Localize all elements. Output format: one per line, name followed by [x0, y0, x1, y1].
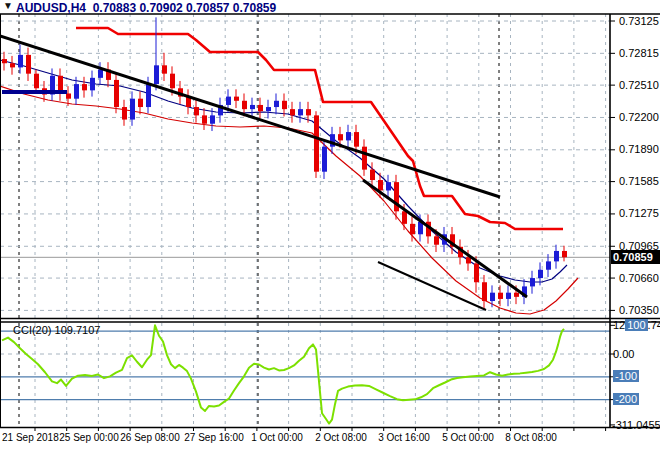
cci-min-label: -311.0455 — [612, 419, 660, 431]
candle-body — [34, 74, 39, 89]
candle-body — [122, 107, 127, 120]
candle-body — [482, 282, 487, 301]
cci-level-m200-label: -200 — [613, 393, 639, 405]
candle-body — [194, 107, 199, 115]
symbol-dropdown-icon[interactable]: ▼ — [3, 0, 13, 11]
candle-body — [202, 115, 207, 123]
candle-body — [266, 107, 271, 111]
candle-body — [362, 147, 367, 170]
price-axis-label: 0.73125 — [619, 15, 659, 28]
candle-body — [546, 261, 551, 269]
candle-body — [378, 180, 383, 190]
candle-body — [234, 97, 239, 101]
candle-body — [274, 101, 279, 107]
candle-body — [26, 55, 31, 74]
candle-body — [282, 101, 287, 109]
time-axis-label: 3 Oct 16:00 — [378, 432, 430, 444]
trendline-object[interactable] — [378, 262, 486, 310]
cci-level-m100-label: -100 — [613, 370, 639, 382]
candle-body — [130, 99, 135, 120]
candle-body — [538, 270, 543, 278]
candle-body — [210, 115, 215, 123]
candle-body — [370, 170, 375, 180]
price-axis-label: 0.71585 — [619, 175, 659, 188]
candle-body — [90, 78, 95, 91]
candle-body — [114, 80, 119, 107]
ma-slow-line — [0, 60, 567, 282]
candle-body — [98, 69, 103, 77]
candle-body — [314, 115, 319, 171]
price-axis-label: 0.72200 — [619, 111, 659, 124]
time-axis-label: 27 Sep 16:00 — [184, 432, 244, 444]
candle-body — [402, 211, 407, 224]
candle-body — [74, 84, 79, 99]
mt4-chart-window: ▼ AUDUSD,H4 0.70883 0.70902 0.70857 0.70… — [0, 0, 660, 450]
candle-body — [290, 109, 295, 115]
candle-body — [250, 105, 255, 109]
price-axis-label: 0.71275 — [619, 207, 659, 220]
candle-body — [346, 132, 351, 140]
candle-body — [434, 236, 439, 244]
trailing-stop-step-line — [76, 28, 563, 229]
trendline-object[interactable] — [363, 180, 527, 297]
candle-body — [18, 55, 23, 68]
candle-body — [338, 134, 343, 140]
chart-title-quotes: 0.70883 0.70902 0.70857 0.70859 — [93, 1, 277, 15]
candle-body — [258, 105, 263, 111]
candle-body — [322, 147, 327, 172]
candle-body — [306, 109, 311, 115]
price-axis-label: 0.72510 — [619, 79, 659, 92]
candle-body — [498, 293, 503, 299]
candle-body — [530, 278, 535, 286]
time-axis-label: 2 Oct 08:00 — [315, 432, 367, 444]
cci-curve — [2, 325, 564, 423]
chart-canvas[interactable] — [0, 0, 660, 450]
time-axis-label: 8 Oct 08:00 — [505, 432, 557, 444]
time-axis-label: 5 Oct 00:00 — [442, 432, 494, 444]
candle-body — [490, 293, 495, 301]
price-axis-label: 0.70350 — [619, 304, 659, 317]
candle-body — [354, 132, 359, 147]
candle-body — [146, 84, 151, 107]
candle-body — [170, 74, 175, 89]
time-axis-label: 21 Sep 2018 — [2, 432, 59, 444]
candle-body — [514, 293, 519, 297]
chart-title-symbol: AUDUSD,H4 — [16, 1, 86, 15]
candle-body — [226, 97, 231, 105]
candle-body — [242, 101, 247, 109]
candle-body — [138, 99, 143, 107]
candle-body — [10, 63, 15, 67]
candle-body — [162, 65, 167, 73]
candle-body — [386, 182, 391, 190]
price-axis-label: 0.72815 — [619, 47, 659, 60]
cci-zero-label: 0.00 — [613, 348, 634, 360]
candle-body — [562, 251, 567, 257]
candle-body — [554, 251, 559, 261]
time-axis-label: 26 Sep 08:00 — [120, 432, 180, 444]
cci-level-100-label: 100 — [625, 319, 647, 331]
candle-body — [410, 224, 415, 234]
indicator-name-label: CCI(20) 109.7107 — [13, 324, 100, 336]
bid-price-label: 0.70859 — [611, 250, 660, 264]
chart-title: AUDUSD,H4 0.70883 0.70902 0.70857 0.7085… — [16, 1, 276, 15]
candle-body — [506, 293, 511, 299]
time-axis-label: 25 Sep 00:00 — [59, 432, 119, 444]
candle-body — [298, 109, 303, 115]
trendline-object[interactable] — [0, 36, 500, 197]
candle-body — [474, 263, 479, 282]
candle-body — [2, 59, 7, 63]
time-axis-label: 1 Oct 00:00 — [251, 432, 303, 444]
candle-body — [66, 93, 71, 98]
cci-max-label: 12100.7467 — [613, 319, 660, 331]
price-axis-label: 0.70660 — [619, 272, 659, 285]
candle-body — [154, 65, 159, 84]
price-axis-label: 0.71890 — [619, 143, 659, 156]
candle-body — [82, 84, 87, 90]
